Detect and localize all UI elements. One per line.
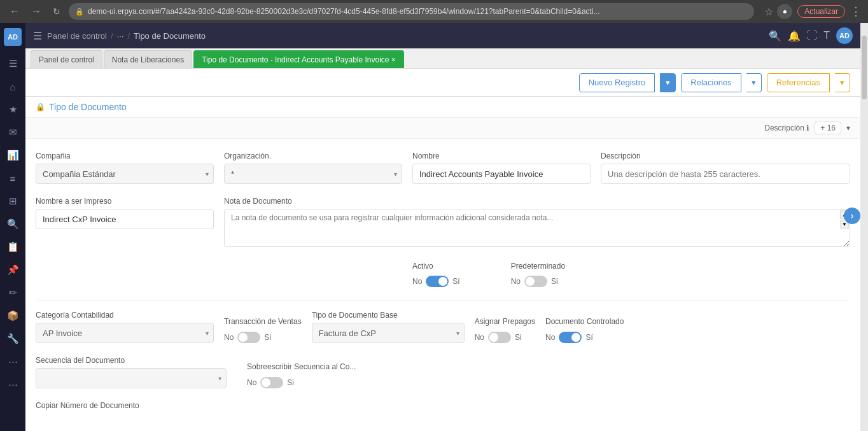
sidebar-icon-box[interactable]: 📦 [3,306,23,326]
transaccion-ventas-toggle[interactable] [237,332,260,343]
categoria-contabilidad-select[interactable]: AP Invoice [36,323,214,343]
sidebar-icon-search[interactable]: 🔍 [3,214,23,234]
notification-icon[interactable]: 🔔 [788,30,801,42]
tab-tipo-documento[interactable]: Tipo de Documento - Indirect Accounts Pa… [193,50,404,68]
hamburger-icon[interactable]: ☰ [33,30,42,42]
sidebar-icon-list[interactable]: ≡ [3,168,23,188]
tipo-doc-base-select-wrapper: Factura de CxP ▾ [312,323,465,343]
sidebar-icon-more2[interactable]: ⋯ [3,374,23,395]
filter-bar: Descripción ℹ + 16 ▾ [25,118,860,139]
form-row-5: Secuencia del Documento ▾ Sobreescribir … [36,356,850,388]
organizacion-label: Organización. [224,152,402,160]
secuencia-documento-select[interactable] [36,368,227,388]
descripcion-input[interactable] [601,164,850,184]
star-button[interactable]: ☆ [764,4,773,19]
compania-label: Compañia [36,152,214,160]
top-nav-right: 🔍 🔔 ⛶ T AD [769,27,853,44]
nombre-impreso-input[interactable] [36,209,214,229]
breadcrumb-home[interactable]: Panel de control [47,31,107,41]
top-nav: ☰ Panel de control / ··· / Tipo de Docum… [25,23,860,48]
nuevo-registro-dropdown[interactable]: ▾ [660,73,676,92]
browser-bar: ← → ↻ 🔒 demo-ui.erpya.com/#/7aa4242a-93c… [0,0,868,23]
sidebar-icon-mail[interactable]: ✉ [3,122,23,143]
sidebar-icon-home[interactable]: ⌂ [3,76,23,97]
referencias-button[interactable]: Referencias [767,73,830,92]
relaciones-dropdown[interactable]: ▾ [746,73,762,92]
side-action-button[interactable]: › [844,208,860,224]
categoria-select-wrapper: AP Invoice ▾ [36,323,214,343]
sobreescribir-toggle[interactable] [260,377,283,388]
activo-toggle[interactable] [426,276,449,287]
user-avatar[interactable]: AD [836,27,853,44]
field-descripcion: Descripción [601,152,850,184]
activo-section-label: Activo [412,262,460,271]
tab-nota-liberaciones[interactable]: Nota de Liberaciones [104,50,192,68]
scrollbar[interactable] [860,23,868,431]
filter-dropdown-icon[interactable]: ▾ [846,124,850,132]
form-section-header: 🔒 Tipo de Documento [25,97,860,118]
back-button[interactable]: ← [6,4,23,18]
field-copiar-numero: Copiar Número de Documento [36,401,139,410]
secuencia-documento-label: Secuencia del Documento [36,356,227,365]
sidebar-icon-star[interactable]: ★ [3,99,23,120]
breadcrumb: Panel de control / ··· / Tipo de Documen… [47,31,206,41]
nota-documento-label: Nota de Documento [224,197,850,206]
font-icon[interactable]: T [823,30,830,41]
breadcrumb-sep2: / [127,31,130,41]
descripcion-label: Descripción [601,152,850,160]
compania-select[interactable]: Compañia Estándar [36,164,214,184]
browser-menu-button[interactable]: ⋮ [850,4,862,18]
predeterminado-no-label: No [511,277,521,286]
transaccion-ventas-slider [237,332,260,343]
sidebar-icon-grid[interactable]: ⊞ [3,191,23,211]
sidebar-icon-menu[interactable]: ☰ [3,53,23,74]
sobreescribir-secuencia-label: Sobreescribir Secuencia al Co... [247,362,356,371]
url-text: demo-ui.erpya.com/#/7aa4242a-93c0-42d8-9… [88,7,600,16]
sidebar-icon-chart[interactable]: 📊 [3,145,23,166]
forward-button[interactable]: → [28,4,45,18]
secuencia-select-wrapper: ▾ [36,368,227,388]
sidebar-icon-edit[interactable]: ✏ [3,283,23,303]
asignar-prepagos-toggle[interactable] [488,332,511,343]
documento-controlado-toggle-group: No Sí [545,332,624,343]
compania-select-wrapper: Compañia Estándar ▾ [36,164,214,184]
breadcrumb-current: Tipo de Documento [134,31,206,41]
nota-documento-textarea[interactable] [224,209,850,247]
documento-controlado-toggle[interactable] [559,332,582,343]
sidebar-icon-pin[interactable]: 📌 [3,260,23,280]
predeterminado-toggle[interactable] [524,276,547,287]
search-icon[interactable]: 🔍 [769,30,781,42]
sobreescribir-slider [260,377,283,388]
sidebar: AD ☰ ⌂ ★ ✉ 📊 ≡ ⊞ 🔍 📋 📌 ✏ 📦 🔧 ⋯ ⋯ [0,23,25,431]
breadcrumb-dots[interactable]: ··· [117,31,124,41]
app-logo: AD [4,28,22,46]
sidebar-icon-more1[interactable]: ⋯ [3,351,23,372]
nuevo-registro-button[interactable]: Nuevo Registro [579,73,655,92]
predeterminado-si-label: Si [551,277,558,286]
section-divider [36,300,850,300]
referencias-dropdown[interactable]: ▾ [835,73,850,92]
url-bar[interactable]: 🔒 demo-ui.erpya.com/#/7aa4242a-93c0-42d8… [69,3,754,20]
relaciones-button[interactable]: Relaciones [681,73,741,92]
predeterminado-group: Predeterminado No Si [511,262,565,287]
predeterminado-section-label: Predeterminado [511,262,565,271]
field-secuencia-documento: Secuencia del Documento ▾ [36,356,227,388]
reload-button[interactable]: ↻ [50,5,64,18]
nombre-input[interactable] [412,164,591,184]
tipo-documento-base-select[interactable]: Factura de CxP [312,323,465,343]
tab-panel-control[interactable]: Panel de control [31,50,102,68]
sidebar-icon-doc[interactable]: 📋 [3,237,23,257]
organizacion-select[interactable]: * [224,164,402,184]
field-sobreescribir-secuencia: Sobreescribir Secuencia al Co... No Si [247,362,356,388]
asignar-prepagos-toggle-group: No Si [475,332,535,343]
transaccion-si-label: Si [264,333,271,342]
form-row-6: Copiar Número de Documento [36,401,850,410]
form-body: Compañia Compañia Estándar ▾ Organizació… [25,139,860,431]
filter-count[interactable]: + 16 [815,122,841,134]
fullscreen-icon[interactable]: ⛶ [807,30,817,41]
asignar-si-label: Si [515,333,522,342]
update-button[interactable]: Actualizar [797,5,845,18]
field-categoria-contabilidad: Categoría Contabilidad AP Invoice ▾ [36,311,214,343]
field-documento-controlado: Documento Controlado No Sí [545,317,624,343]
sidebar-icon-wrench[interactable]: 🔧 [3,329,23,349]
